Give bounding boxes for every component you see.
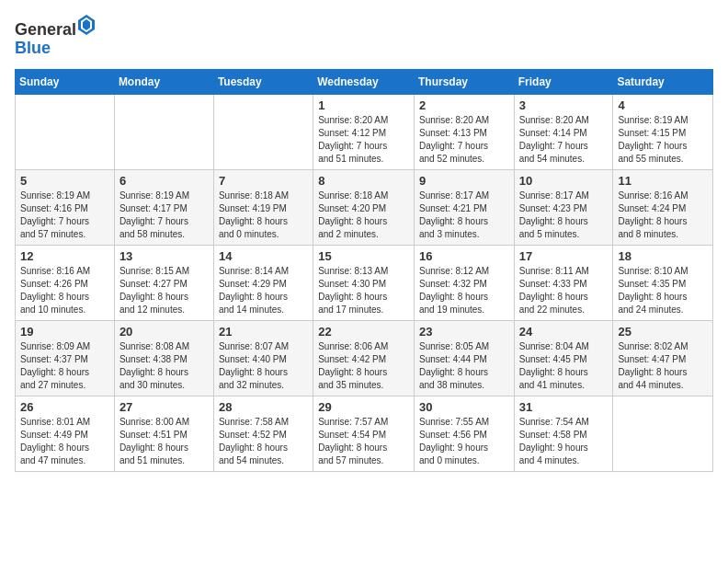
calendar-cell [213, 94, 313, 169]
day-number: 26 [20, 400, 109, 414]
days-of-week-row: SundayMondayTuesdayWednesdayThursdayFrid… [16, 69, 713, 94]
logo: General Blue [15, 15, 96, 58]
day-info: Sunrise: 8:07 AM Sunset: 4:40 PM Dayligh… [219, 340, 308, 392]
dow-header: Sunday [16, 69, 115, 94]
day-info: Sunrise: 8:12 AM Sunset: 4:32 PM Dayligh… [419, 265, 509, 316]
day-info: Sunrise: 8:11 AM Sunset: 4:33 PM Dayligh… [519, 265, 609, 316]
day-number: 2 [419, 98, 509, 112]
day-number: 7 [219, 174, 308, 188]
calendar-cell: 12Sunrise: 8:16 AM Sunset: 4:26 PM Dayli… [16, 245, 115, 320]
day-number: 31 [519, 400, 609, 414]
day-number: 23 [419, 325, 509, 339]
calendar-cell: 17Sunrise: 8:11 AM Sunset: 4:33 PM Dayli… [514, 245, 613, 320]
day-number: 17 [519, 249, 609, 263]
calendar-cell: 7Sunrise: 8:18 AM Sunset: 4:19 PM Daylig… [213, 169, 313, 245]
day-number: 13 [119, 249, 209, 263]
day-number: 8 [318, 174, 409, 188]
day-info: Sunrise: 8:19 AM Sunset: 4:16 PM Dayligh… [20, 190, 109, 241]
day-number: 11 [618, 174, 708, 188]
day-number: 30 [419, 400, 509, 414]
day-number: 5 [20, 174, 109, 188]
day-info: Sunrise: 8:17 AM Sunset: 4:23 PM Dayligh… [519, 190, 609, 241]
day-number: 12 [20, 249, 109, 263]
day-number: 14 [219, 249, 308, 263]
calendar-cell: 19Sunrise: 8:09 AM Sunset: 4:37 PM Dayli… [16, 320, 115, 396]
day-number: 20 [119, 325, 209, 339]
day-number: 29 [318, 400, 409, 414]
calendar-cell: 5Sunrise: 8:19 AM Sunset: 4:16 PM Daylig… [16, 169, 115, 245]
day-info: Sunrise: 8:19 AM Sunset: 4:17 PM Dayligh… [119, 190, 209, 241]
day-info: Sunrise: 7:55 AM Sunset: 4:56 PM Dayligh… [419, 416, 509, 467]
day-number: 10 [519, 174, 609, 188]
day-number: 15 [318, 249, 409, 263]
calendar-cell: 2Sunrise: 8:20 AM Sunset: 4:13 PM Daylig… [414, 94, 514, 169]
calendar-week-row: 12Sunrise: 8:16 AM Sunset: 4:26 PM Dayli… [16, 245, 713, 320]
day-info: Sunrise: 8:20 AM Sunset: 4:12 PM Dayligh… [318, 114, 409, 166]
calendar-body: 1Sunrise: 8:20 AM Sunset: 4:12 PM Daylig… [16, 94, 713, 471]
calendar-cell [613, 396, 713, 471]
dow-header: Saturday [613, 69, 713, 94]
day-number: 22 [318, 325, 409, 339]
calendar-cell: 29Sunrise: 7:57 AM Sunset: 4:54 PM Dayli… [313, 396, 415, 471]
day-info: Sunrise: 8:16 AM Sunset: 4:24 PM Dayligh… [618, 190, 708, 241]
calendar-cell: 14Sunrise: 8:14 AM Sunset: 4:29 PM Dayli… [213, 245, 313, 320]
day-number: 3 [519, 98, 609, 112]
day-number: 28 [219, 400, 308, 414]
calendar-week-row: 19Sunrise: 8:09 AM Sunset: 4:37 PM Dayli… [16, 320, 713, 396]
day-number: 9 [419, 174, 509, 188]
day-number: 1 [318, 98, 409, 112]
day-info: Sunrise: 8:05 AM Sunset: 4:44 PM Dayligh… [419, 340, 509, 392]
day-info: Sunrise: 8:20 AM Sunset: 4:14 PM Dayligh… [519, 114, 609, 166]
calendar-cell: 22Sunrise: 8:06 AM Sunset: 4:42 PM Dayli… [313, 320, 415, 396]
calendar-week-row: 5Sunrise: 8:19 AM Sunset: 4:16 PM Daylig… [16, 169, 713, 245]
calendar-cell: 28Sunrise: 7:58 AM Sunset: 4:52 PM Dayli… [213, 396, 313, 471]
calendar-table: SundayMondayTuesdayWednesdayThursdayFrid… [15, 69, 713, 472]
day-info: Sunrise: 8:16 AM Sunset: 4:26 PM Dayligh… [20, 265, 109, 316]
calendar-cell: 8Sunrise: 8:18 AM Sunset: 4:20 PM Daylig… [313, 169, 415, 245]
day-number: 4 [618, 98, 708, 112]
dow-header: Thursday [414, 69, 514, 94]
day-info: Sunrise: 8:20 AM Sunset: 4:13 PM Dayligh… [419, 114, 509, 166]
calendar-cell: 4Sunrise: 8:19 AM Sunset: 4:15 PM Daylig… [613, 94, 713, 169]
calendar-cell [114, 94, 213, 169]
day-info: Sunrise: 8:18 AM Sunset: 4:20 PM Dayligh… [318, 190, 409, 241]
day-info: Sunrise: 7:54 AM Sunset: 4:58 PM Dayligh… [519, 416, 609, 467]
calendar-cell: 16Sunrise: 8:12 AM Sunset: 4:32 PM Dayli… [414, 245, 514, 320]
logo-general: General [15, 20, 76, 39]
logo-blue: Blue [15, 39, 51, 57]
logo-icon [78, 15, 95, 35]
calendar-cell: 11Sunrise: 8:16 AM Sunset: 4:24 PM Dayli… [613, 169, 713, 245]
dow-header: Monday [114, 69, 213, 94]
calendar-cell: 25Sunrise: 8:02 AM Sunset: 4:47 PM Dayli… [613, 320, 713, 396]
calendar-cell: 3Sunrise: 8:20 AM Sunset: 4:14 PM Daylig… [514, 94, 613, 169]
day-number: 21 [219, 325, 308, 339]
day-info: Sunrise: 8:04 AM Sunset: 4:45 PM Dayligh… [519, 340, 609, 392]
day-info: Sunrise: 8:13 AM Sunset: 4:30 PM Dayligh… [318, 265, 409, 316]
day-info: Sunrise: 8:09 AM Sunset: 4:37 PM Dayligh… [20, 340, 109, 392]
calendar-week-row: 26Sunrise: 8:01 AM Sunset: 4:49 PM Dayli… [16, 396, 713, 471]
day-number: 6 [119, 174, 209, 188]
calendar-cell: 23Sunrise: 8:05 AM Sunset: 4:44 PM Dayli… [414, 320, 514, 396]
day-number: 27 [119, 400, 209, 414]
day-info: Sunrise: 8:08 AM Sunset: 4:38 PM Dayligh… [119, 340, 209, 392]
day-number: 18 [618, 249, 708, 263]
dow-header: Tuesday [213, 69, 313, 94]
calendar-cell: 1Sunrise: 8:20 AM Sunset: 4:12 PM Daylig… [313, 94, 415, 169]
page-header: General Blue [15, 15, 713, 58]
calendar-cell: 30Sunrise: 7:55 AM Sunset: 4:56 PM Dayli… [414, 396, 514, 471]
day-info: Sunrise: 8:10 AM Sunset: 4:35 PM Dayligh… [618, 265, 708, 316]
day-info: Sunrise: 7:57 AM Sunset: 4:54 PM Dayligh… [318, 416, 409, 467]
calendar-cell [16, 94, 115, 169]
calendar-cell: 15Sunrise: 8:13 AM Sunset: 4:30 PM Dayli… [313, 245, 415, 320]
day-info: Sunrise: 8:02 AM Sunset: 4:47 PM Dayligh… [618, 340, 708, 392]
day-number: 16 [419, 249, 509, 263]
dow-header: Friday [514, 69, 613, 94]
calendar-cell: 26Sunrise: 8:01 AM Sunset: 4:49 PM Dayli… [16, 396, 115, 471]
calendar-cell: 10Sunrise: 8:17 AM Sunset: 4:23 PM Dayli… [514, 169, 613, 245]
day-info: Sunrise: 8:19 AM Sunset: 4:15 PM Dayligh… [618, 114, 708, 166]
calendar-cell: 21Sunrise: 8:07 AM Sunset: 4:40 PM Dayli… [213, 320, 313, 396]
calendar-cell: 13Sunrise: 8:15 AM Sunset: 4:27 PM Dayli… [114, 245, 213, 320]
day-info: Sunrise: 8:00 AM Sunset: 4:51 PM Dayligh… [119, 416, 209, 467]
day-number: 24 [519, 325, 609, 339]
calendar-cell: 20Sunrise: 8:08 AM Sunset: 4:38 PM Dayli… [114, 320, 213, 396]
